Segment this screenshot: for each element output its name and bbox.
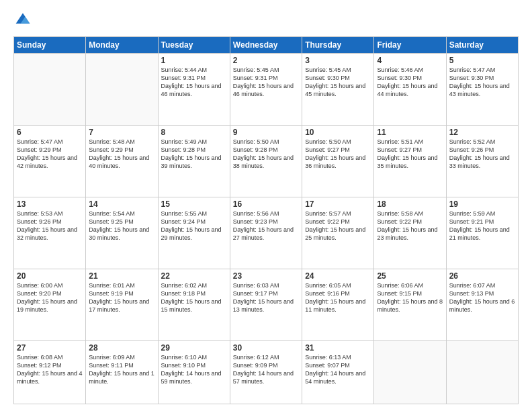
weekday-header-row: SundayMondayTuesdayWednesdayThursdayFrid… bbox=[14, 37, 519, 54]
day-info: Sunrise: 5:45 AMSunset: 9:30 PMDaylight:… bbox=[305, 66, 371, 99]
day-info: Sunrise: 5:52 AMSunset: 9:26 PMDaylight:… bbox=[449, 138, 515, 171]
day-number: 16 bbox=[233, 199, 299, 209]
day-info: Sunrise: 5:53 AMSunset: 9:26 PMDaylight:… bbox=[17, 210, 83, 242]
day-cell-22: 22Sunrise: 6:02 AMSunset: 9:18 PMDayligh… bbox=[158, 269, 230, 341]
day-cell-12: 12Sunrise: 5:52 AMSunset: 9:26 PMDayligh… bbox=[446, 126, 518, 197]
day-cell-23: 23Sunrise: 6:03 AMSunset: 9:17 PMDayligh… bbox=[230, 269, 302, 341]
day-cell-13: 13Sunrise: 5:53 AMSunset: 9:26 PMDayligh… bbox=[14, 197, 86, 269]
day-cell-30: 30Sunrise: 6:12 AMSunset: 9:09 PMDayligh… bbox=[230, 341, 302, 404]
day-info: Sunrise: 5:47 AMSunset: 9:30 PMDaylight:… bbox=[449, 66, 515, 99]
day-number: 6 bbox=[17, 128, 83, 137]
day-cell-28: 28Sunrise: 6:09 AMSunset: 9:11 PMDayligh… bbox=[86, 341, 158, 404]
day-info: Sunrise: 6:02 AMSunset: 9:18 PMDaylight:… bbox=[161, 281, 227, 314]
day-info: Sunrise: 6:12 AMSunset: 9:09 PMDaylight:… bbox=[233, 353, 299, 386]
day-cell-21: 21Sunrise: 6:01 AMSunset: 9:19 PMDayligh… bbox=[86, 269, 158, 341]
logo bbox=[13, 11, 35, 30]
day-info: Sunrise: 6:13 AMSunset: 9:07 PMDaylight:… bbox=[305, 353, 371, 386]
day-info: Sunrise: 6:09 AMSunset: 9:11 PMDaylight:… bbox=[89, 353, 154, 386]
day-number: 30 bbox=[233, 343, 299, 353]
week-row-4: 20Sunrise: 6:00 AMSunset: 9:20 PMDayligh… bbox=[14, 269, 519, 341]
day-cell-19: 19Sunrise: 5:59 AMSunset: 9:21 PMDayligh… bbox=[446, 197, 518, 269]
day-cell-25: 25Sunrise: 6:06 AMSunset: 9:15 PMDayligh… bbox=[374, 269, 446, 341]
empty-cell bbox=[14, 54, 86, 126]
day-number: 21 bbox=[89, 271, 154, 281]
day-number: 13 bbox=[17, 199, 83, 209]
day-info: Sunrise: 5:59 AMSunset: 9:21 PMDaylight:… bbox=[449, 210, 515, 242]
day-info: Sunrise: 5:58 AMSunset: 9:22 PMDaylight:… bbox=[377, 210, 443, 242]
weekday-header-saturday: Saturday bbox=[446, 37, 518, 54]
day-info: Sunrise: 6:10 AMSunset: 9:10 PMDaylight:… bbox=[161, 353, 227, 386]
day-cell-9: 9Sunrise: 5:50 AMSunset: 9:28 PMDaylight… bbox=[230, 126, 302, 197]
day-cell-20: 20Sunrise: 6:00 AMSunset: 9:20 PMDayligh… bbox=[14, 269, 86, 341]
day-number: 7 bbox=[89, 128, 154, 137]
logo-icon bbox=[13, 11, 32, 30]
week-row-5: 27Sunrise: 6:08 AMSunset: 9:12 PMDayligh… bbox=[14, 341, 519, 404]
weekday-header-tuesday: Tuesday bbox=[158, 37, 230, 54]
day-info: Sunrise: 5:51 AMSunset: 9:27 PMDaylight:… bbox=[377, 138, 443, 171]
day-cell-27: 27Sunrise: 6:08 AMSunset: 9:12 PMDayligh… bbox=[14, 341, 86, 404]
day-number: 4 bbox=[377, 56, 443, 65]
day-info: Sunrise: 6:06 AMSunset: 9:15 PMDaylight:… bbox=[377, 281, 443, 314]
day-number: 14 bbox=[89, 199, 154, 209]
day-cell-14: 14Sunrise: 5:54 AMSunset: 9:25 PMDayligh… bbox=[86, 197, 158, 269]
week-row-2: 6Sunrise: 5:47 AMSunset: 9:29 PMDaylight… bbox=[14, 126, 519, 197]
day-cell-1: 1Sunrise: 5:44 AMSunset: 9:31 PMDaylight… bbox=[158, 54, 230, 126]
day-cell-3: 3Sunrise: 5:45 AMSunset: 9:30 PMDaylight… bbox=[302, 54, 374, 126]
empty-cell bbox=[374, 341, 446, 404]
day-cell-6: 6Sunrise: 5:47 AMSunset: 9:29 PMDaylight… bbox=[14, 126, 86, 197]
day-info: Sunrise: 5:57 AMSunset: 9:22 PMDaylight:… bbox=[305, 210, 371, 242]
day-number: 15 bbox=[161, 199, 227, 209]
week-row-3: 13Sunrise: 5:53 AMSunset: 9:26 PMDayligh… bbox=[14, 197, 519, 269]
weekday-header-thursday: Thursday bbox=[302, 37, 374, 54]
day-info: Sunrise: 6:07 AMSunset: 9:13 PMDaylight:… bbox=[449, 281, 515, 314]
page: SundayMondayTuesdayWednesdayThursdayFrid… bbox=[0, 0, 532, 411]
day-cell-8: 8Sunrise: 5:49 AMSunset: 9:28 PMDaylight… bbox=[158, 126, 230, 197]
calendar: SundayMondayTuesdayWednesdayThursdayFrid… bbox=[13, 36, 519, 404]
day-number: 19 bbox=[449, 199, 515, 209]
week-row-1: 1Sunrise: 5:44 AMSunset: 9:31 PMDaylight… bbox=[14, 54, 519, 126]
day-cell-26: 26Sunrise: 6:07 AMSunset: 9:13 PMDayligh… bbox=[446, 269, 518, 341]
day-number: 8 bbox=[161, 128, 227, 137]
weekday-header-friday: Friday bbox=[374, 37, 446, 54]
day-number: 17 bbox=[305, 199, 371, 209]
day-cell-11: 11Sunrise: 5:51 AMSunset: 9:27 PMDayligh… bbox=[374, 126, 446, 197]
day-cell-7: 7Sunrise: 5:48 AMSunset: 9:29 PMDaylight… bbox=[86, 126, 158, 197]
day-number: 29 bbox=[161, 343, 227, 353]
day-info: Sunrise: 5:54 AMSunset: 9:25 PMDaylight:… bbox=[89, 210, 154, 242]
day-number: 2 bbox=[233, 56, 299, 65]
day-cell-16: 16Sunrise: 5:56 AMSunset: 9:23 PMDayligh… bbox=[230, 197, 302, 269]
day-number: 5 bbox=[449, 56, 515, 65]
day-number: 24 bbox=[305, 271, 371, 281]
header bbox=[13, 11, 519, 30]
weekday-header-monday: Monday bbox=[86, 37, 158, 54]
day-number: 23 bbox=[233, 271, 299, 281]
day-info: Sunrise: 5:45 AMSunset: 9:31 PMDaylight:… bbox=[233, 66, 299, 99]
day-number: 9 bbox=[233, 128, 299, 137]
day-number: 26 bbox=[449, 271, 515, 281]
day-info: Sunrise: 5:46 AMSunset: 9:30 PMDaylight:… bbox=[377, 66, 443, 99]
day-info: Sunrise: 5:56 AMSunset: 9:23 PMDaylight:… bbox=[233, 210, 299, 242]
day-number: 18 bbox=[377, 199, 443, 209]
day-cell-17: 17Sunrise: 5:57 AMSunset: 9:22 PMDayligh… bbox=[302, 197, 374, 269]
day-number: 12 bbox=[449, 128, 515, 137]
empty-cell bbox=[446, 341, 518, 404]
day-info: Sunrise: 6:08 AMSunset: 9:12 PMDaylight:… bbox=[17, 353, 83, 386]
day-number: 20 bbox=[17, 271, 83, 281]
day-number: 10 bbox=[305, 128, 371, 137]
day-info: Sunrise: 6:00 AMSunset: 9:20 PMDaylight:… bbox=[17, 281, 83, 314]
day-number: 22 bbox=[161, 271, 227, 281]
day-number: 31 bbox=[305, 343, 371, 353]
day-info: Sunrise: 5:47 AMSunset: 9:29 PMDaylight:… bbox=[17, 138, 83, 171]
day-cell-4: 4Sunrise: 5:46 AMSunset: 9:30 PMDaylight… bbox=[374, 54, 446, 126]
day-info: Sunrise: 5:50 AMSunset: 9:27 PMDaylight:… bbox=[305, 138, 371, 171]
day-cell-18: 18Sunrise: 5:58 AMSunset: 9:22 PMDayligh… bbox=[374, 197, 446, 269]
day-info: Sunrise: 6:05 AMSunset: 9:16 PMDaylight:… bbox=[305, 281, 371, 314]
day-info: Sunrise: 5:50 AMSunset: 9:28 PMDaylight:… bbox=[233, 138, 299, 171]
day-cell-10: 10Sunrise: 5:50 AMSunset: 9:27 PMDayligh… bbox=[302, 126, 374, 197]
day-info: Sunrise: 5:49 AMSunset: 9:28 PMDaylight:… bbox=[161, 138, 227, 171]
day-info: Sunrise: 5:48 AMSunset: 9:29 PMDaylight:… bbox=[89, 138, 154, 171]
day-cell-24: 24Sunrise: 6:05 AMSunset: 9:16 PMDayligh… bbox=[302, 269, 374, 341]
empty-cell bbox=[86, 54, 158, 126]
day-number: 28 bbox=[89, 343, 154, 353]
day-cell-29: 29Sunrise: 6:10 AMSunset: 9:10 PMDayligh… bbox=[158, 341, 230, 404]
